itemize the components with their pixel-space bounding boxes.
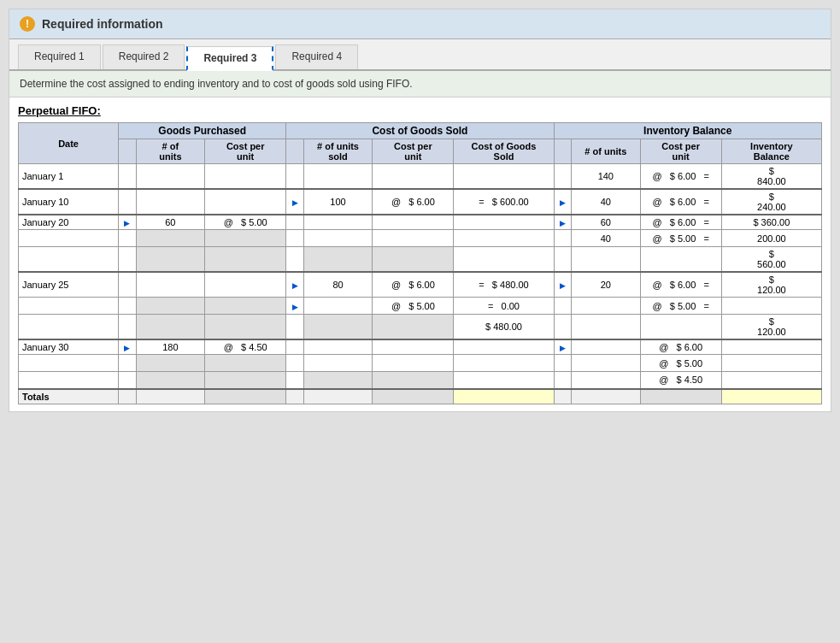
inv-bal-input[interactable] xyxy=(725,358,818,369)
cgs-cost-cell[interactable] xyxy=(373,339,454,355)
cgs-units-cell[interactable] xyxy=(303,230,373,247)
cgs-cost-input[interactable] xyxy=(376,171,449,181)
gp-units-cell[interactable] xyxy=(136,164,205,190)
inv-arrow-cell xyxy=(554,372,571,389)
inv-units-cell[interactable] xyxy=(572,247,641,273)
cgs-total-cell[interactable] xyxy=(454,372,554,389)
inv-units-cell[interactable] xyxy=(572,355,641,372)
inv-units-cell[interactable] xyxy=(572,298,641,315)
gp-cost-input[interactable] xyxy=(209,171,282,181)
gp-cost-input[interactable] xyxy=(209,280,282,290)
inv-units-cell[interactable] xyxy=(572,315,641,340)
inv-bal-cell: $120.00 xyxy=(721,272,821,298)
inv-cost-cell: @ $ 5.00 = xyxy=(640,298,721,315)
cgs-total-cell[interactable] xyxy=(454,247,554,273)
cgs-total-input[interactable] xyxy=(457,375,549,385)
gp-arrow-cell xyxy=(119,355,136,372)
gp-cost-cell[interactable] xyxy=(205,189,286,215)
inv-units-input[interactable] xyxy=(575,375,637,385)
gp-units-cell[interactable] xyxy=(136,189,205,215)
inv-bal-input[interactable] xyxy=(725,301,818,311)
inv-units-input[interactable] xyxy=(575,254,637,264)
inv-units-total[interactable] xyxy=(572,389,641,404)
cgs-units-cell[interactable] xyxy=(303,339,373,355)
cgs-units-cell[interactable] xyxy=(303,298,373,315)
cgs-total-total[interactable] xyxy=(454,389,554,404)
inv-bal-cell[interactable] xyxy=(721,355,821,372)
inv-units-cell: 20 xyxy=(572,272,641,298)
tab-required-3[interactable]: Required 3 xyxy=(186,46,273,71)
cgs-cost-input[interactable] xyxy=(376,358,449,369)
inv-units-input[interactable] xyxy=(575,301,637,311)
gp-cost-cell[interactable] xyxy=(205,164,286,190)
cgs-total-cell[interactable] xyxy=(454,355,554,372)
cgs-cost-cell[interactable] xyxy=(373,230,454,247)
cgs-total-input[interactable] xyxy=(457,171,549,181)
cgs-arrow-cell xyxy=(286,355,303,372)
inv-bal-cell[interactable] xyxy=(721,339,821,355)
inv-cost-cell[interactable] xyxy=(640,315,721,340)
inv-units-cell[interactable] xyxy=(572,372,641,389)
cgs-cost-cell[interactable] xyxy=(373,355,454,372)
cgs-units-input[interactable] xyxy=(308,301,369,311)
cgs-total-cell[interactable] xyxy=(454,230,554,247)
cgs-units-total[interactable] xyxy=(303,389,373,404)
cgs-total-input[interactable] xyxy=(457,358,549,369)
cgs-cost-input[interactable] xyxy=(376,217,449,227)
inv-units-cell: 40 xyxy=(572,189,641,215)
inv-bal-cell[interactable] xyxy=(721,298,821,315)
gp-arrow-cell xyxy=(119,389,136,404)
inv-bal-total[interactable] xyxy=(721,389,821,404)
gp-cost-cell[interactable] xyxy=(205,272,286,298)
inv-cost-cell[interactable] xyxy=(640,247,721,273)
tab-required-2[interactable]: Required 2 xyxy=(103,44,185,69)
gp-units-cell[interactable] xyxy=(136,272,205,298)
gp-units-total-input[interactable] xyxy=(140,392,202,402)
inv-bal-input[interactable] xyxy=(725,375,818,385)
gp-units-total[interactable] xyxy=(136,389,205,404)
inv-units-input[interactable] xyxy=(575,358,637,369)
cgs-units-input[interactable] xyxy=(308,217,369,227)
gp-cost-input[interactable] xyxy=(209,197,282,207)
cgs-cost-cell xyxy=(373,247,454,273)
cgs-units-input[interactable] xyxy=(308,342,369,352)
cgs-total-input[interactable] xyxy=(457,342,549,352)
cgs-units-input[interactable] xyxy=(308,171,369,181)
cgs-units-cell[interactable] xyxy=(303,355,373,372)
cgs-cost-input[interactable] xyxy=(376,342,449,352)
cgs-units-cell[interactable] xyxy=(303,215,373,230)
inv-units-input[interactable] xyxy=(575,322,637,332)
cgs-cost-input[interactable] xyxy=(376,233,449,244)
gp-units-input[interactable] xyxy=(140,197,202,207)
table-row: January 10 ▶ 100 @ $ 6.00 = $ 600.00 ▶ 4… xyxy=(19,189,822,215)
inv-bal-cell[interactable] xyxy=(721,372,821,389)
cgs-total-input[interactable] xyxy=(457,217,549,227)
gp-units-input[interactable] xyxy=(140,280,202,290)
inv-bal-input[interactable] xyxy=(725,342,818,352)
table-row: January 25 ▶ 80 @ $ 6.00 = $ 480.00 ▶ 20… xyxy=(19,272,822,298)
inv-cost-input[interactable] xyxy=(644,254,718,264)
cgs-total-cell[interactable] xyxy=(454,339,554,355)
cgs-total-input[interactable] xyxy=(457,233,549,244)
gp-units-input[interactable] xyxy=(140,171,202,181)
date-cell: January 10 xyxy=(19,189,119,215)
cgs-units-input[interactable] xyxy=(308,358,369,369)
cgs-cost-cell[interactable] xyxy=(373,215,454,230)
cgs-total-input[interactable] xyxy=(457,254,549,264)
gp-cost-cell xyxy=(205,355,286,372)
inv-cost-input[interactable] xyxy=(644,322,718,332)
cgs-units-total-input[interactable] xyxy=(308,392,369,402)
inv-bal-total-input[interactable] xyxy=(725,392,818,402)
cgs-units-cell[interactable] xyxy=(303,164,373,190)
cgs-cost-cell[interactable] xyxy=(373,164,454,190)
cgs-total-cell[interactable] xyxy=(454,215,554,230)
tab-required-1[interactable]: Required 1 xyxy=(18,44,101,69)
inv-units-input[interactable] xyxy=(575,342,637,352)
tab-required-4[interactable]: Required 4 xyxy=(275,44,358,69)
cgs-units-input[interactable] xyxy=(308,233,369,244)
cgs-total-total-input[interactable] xyxy=(457,392,549,402)
inv-units-total-input[interactable] xyxy=(575,392,637,402)
inv-units-cell[interactable] xyxy=(572,339,641,355)
cgs-total-cell[interactable] xyxy=(454,164,554,190)
cgs-cost-cell xyxy=(373,315,454,340)
